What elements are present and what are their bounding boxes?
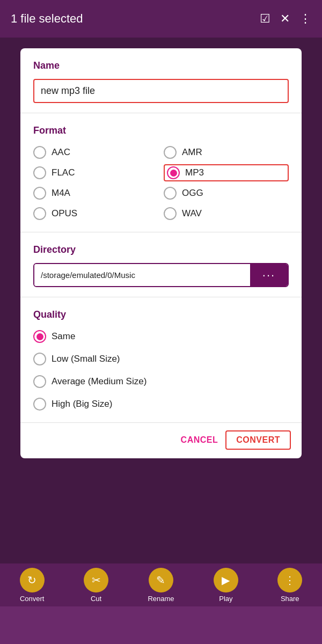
format-section: Format AAC AMR FLAC	[20, 113, 302, 232]
cut-icon: ✂	[84, 568, 108, 592]
more-icon[interactable]: ⋮	[299, 12, 311, 26]
format-mp3-label: MP3	[185, 167, 204, 178]
toolbar-play-label: Play	[219, 595, 232, 603]
quality-low-label: Low (Small Size)	[52, 354, 120, 364]
format-grid: AAC AMR FLAC MP3	[33, 144, 289, 222]
top-bar-icons: ☑ ✕ ⋮	[260, 12, 311, 26]
format-label: Format	[33, 125, 289, 136]
format-option-m4a[interactable]: M4A	[33, 185, 158, 202]
rename-icon: ✎	[149, 568, 173, 592]
bottom-toolbar: ↻ Convert ✂ Cut ✎ Rename ▶ Play ⋮ Share	[0, 564, 322, 606]
quality-section: Quality Same Low (Small Size) Average (M…	[20, 297, 302, 423]
radio-amr	[164, 146, 177, 159]
radio-wav	[164, 207, 177, 220]
format-flac-label: FLAC	[52, 167, 75, 178]
format-option-mp3[interactable]: MP3	[164, 164, 289, 181]
radio-m4a	[33, 187, 46, 200]
format-opus-label: OPUS	[52, 208, 77, 219]
radio-low	[33, 353, 46, 365]
format-m4a-label: M4A	[52, 188, 70, 199]
format-amr-label: AMR	[182, 147, 202, 158]
format-ogg-label: OGG	[182, 188, 203, 199]
format-option-wav[interactable]: WAV	[164, 205, 289, 222]
play-icon: ▶	[214, 568, 238, 592]
radio-mp3	[167, 166, 180, 179]
name-input[interactable]	[33, 79, 289, 103]
dialog-footer: CANCEL CONVERT	[20, 423, 302, 458]
radio-flac	[33, 166, 46, 179]
toolbar-item-rename[interactable]: ✎ Rename	[148, 568, 174, 603]
directory-input-row: ···	[33, 263, 289, 287]
format-option-amr[interactable]: AMR	[164, 144, 289, 161]
name-section: Name	[20, 48, 302, 113]
radio-mp3-inner	[170, 170, 177, 177]
top-bar-title: 1 file selected	[11, 12, 83, 26]
format-option-flac[interactable]: FLAC	[33, 164, 158, 181]
browse-dots-icon: ···	[262, 268, 275, 282]
radio-high	[33, 398, 46, 411]
radio-ogg	[164, 187, 177, 200]
toolbar-item-cut[interactable]: ✂ Cut	[84, 568, 108, 603]
toolbar-cut-label: Cut	[91, 595, 101, 603]
quality-same-label: Same	[52, 331, 75, 342]
top-bar: 1 file selected ☑ ✕ ⋮	[0, 0, 322, 38]
directory-path-input[interactable]	[34, 264, 250, 286]
quality-option-average[interactable]: Average (Medium Size)	[33, 373, 289, 390]
convert-button[interactable]: CONVERT	[225, 430, 291, 450]
quality-option-low[interactable]: Low (Small Size)	[33, 350, 289, 368]
format-aac-label: AAC	[52, 147, 70, 158]
share-icon: ⋮	[277, 568, 302, 592]
directory-browse-button[interactable]: ···	[250, 264, 288, 286]
bg-content: Name Format AAC AMR FLAC	[0, 38, 322, 606]
directory-section: Directory ···	[20, 232, 302, 297]
radio-average	[33, 375, 46, 388]
toolbar-item-convert[interactable]: ↻ Convert	[20, 568, 45, 603]
radio-aac	[33, 146, 46, 159]
toolbar-item-share[interactable]: ⋮ Share	[277, 568, 302, 603]
format-option-ogg[interactable]: OGG	[164, 185, 289, 202]
format-wav-label: WAV	[182, 208, 202, 219]
checkbox-icon[interactable]: ☑	[260, 12, 270, 26]
format-option-opus[interactable]: OPUS	[33, 205, 158, 222]
toolbar-share-label: Share	[281, 595, 299, 603]
radio-opus	[33, 207, 46, 220]
quality-option-same[interactable]: Same	[33, 328, 289, 345]
toolbar-convert-label: Convert	[20, 595, 45, 603]
dialog: Name Format AAC AMR FLAC	[20, 48, 302, 458]
close-icon[interactable]: ✕	[280, 12, 290, 26]
radio-same	[33, 330, 46, 343]
directory-label: Directory	[33, 244, 289, 255]
quality-high-label: High (Big Size)	[52, 399, 112, 409]
toolbar-rename-label: Rename	[148, 595, 174, 603]
quality-average-label: Average (Medium Size)	[52, 376, 147, 387]
quality-option-high[interactable]: High (Big Size)	[33, 396, 289, 413]
radio-same-inner	[36, 333, 43, 340]
name-label: Name	[33, 60, 289, 71]
quality-list: Same Low (Small Size) Average (Medium Si…	[33, 328, 289, 413]
format-option-aac[interactable]: AAC	[33, 144, 158, 161]
cancel-button[interactable]: CANCEL	[181, 435, 218, 445]
toolbar-item-play[interactable]: ▶ Play	[214, 568, 238, 603]
convert-icon: ↻	[20, 568, 45, 592]
quality-label: Quality	[33, 309, 289, 320]
